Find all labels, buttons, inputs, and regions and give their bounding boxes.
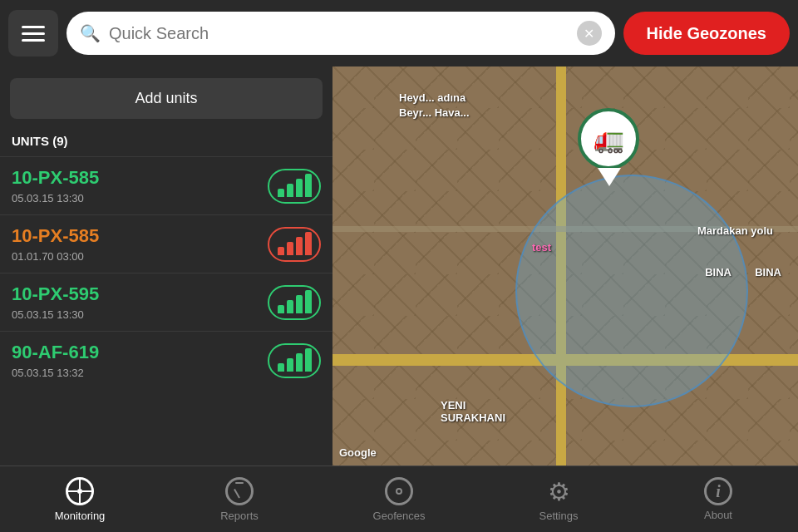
nav-item-geofences[interactable]: Geofences — [319, 466, 479, 532]
geofences-icon — [384, 476, 414, 506]
signal-indicator — [268, 169, 321, 204]
geozone-label: test — [532, 241, 551, 254]
search-icon: 🔍 — [80, 23, 101, 43]
google-logo: Google — [339, 446, 377, 459]
map-area[interactable]: 🚛 Heyd... adına Beyr... Hava... Mardakan… — [332, 66, 798, 466]
clear-search-button[interactable]: ✕ — [577, 21, 602, 46]
unit-item[interactable]: 10-PX-595 05.03.15 13:30 — [0, 273, 332, 331]
map-label: Beyr... Hava... — [399, 106, 470, 119]
map-background: 🚛 Heyd... adına Beyr... Hava... Mardakan… — [332, 66, 798, 466]
signal-indicator — [268, 343, 321, 378]
unit-time: 05.03.15 13:30 — [12, 308, 99, 321]
unit-name: 10-PX-595 — [12, 283, 99, 305]
menu-button[interactable] — [8, 10, 58, 57]
unit-time: 01.01.70 03:00 — [12, 250, 99, 263]
signal-indicator — [268, 285, 321, 320]
unit-item[interactable]: 90-AF-619 05.03.15 13:32 — [0, 331, 332, 389]
map-label: BINA — [755, 266, 781, 278]
map-label: BINA — [705, 266, 732, 278]
nav-label-reports: Reports — [220, 510, 259, 522]
nav-label-settings: Settings — [539, 510, 579, 522]
unit-name: 90-AF-619 — [12, 342, 99, 363]
units-header: UNITS (9) — [0, 131, 332, 156]
search-input[interactable] — [109, 24, 569, 43]
unit-item[interactable]: 10-PX-585 05.03.15 13:30 — [0, 156, 332, 214]
truck-marker[interactable]: 🚛 — [578, 108, 641, 183]
nav-label-geofences: Geofences — [373, 510, 426, 522]
monitoring-icon — [65, 476, 95, 506]
reports-icon — [224, 476, 254, 506]
nav-item-monitoring[interactable]: Monitoring — [0, 466, 160, 532]
unit-time: 05.03.15 13:32 — [12, 367, 99, 379]
header: 🔍 ✕ Hide Geozones — [0, 0, 798, 66]
about-icon: i — [704, 477, 732, 505]
signal-indicator — [268, 227, 321, 262]
nav-label-about: About — [704, 509, 732, 521]
unit-name: 10-PX-585 — [12, 225, 99, 247]
settings-icon: ⚙ — [548, 477, 570, 506]
nav-item-about[interactable]: i About — [638, 466, 798, 532]
add-units-button[interactable]: Add units — [10, 78, 323, 119]
hide-geozones-button[interactable]: Hide Geozones — [623, 12, 790, 55]
map-label: YENISURAKHANI — [441, 399, 505, 424]
bottom-nav: Monitoring Reports Geofences ⚙ Settings … — [0, 466, 798, 532]
nav-item-settings[interactable]: ⚙ Settings — [479, 466, 638, 532]
geozone-circle — [515, 175, 748, 407]
unit-time: 05.03.15 13:30 — [12, 192, 99, 204]
search-bar: 🔍 ✕ — [66, 12, 615, 55]
nav-label-monitoring: Monitoring — [55, 510, 106, 522]
unit-item[interactable]: 10-PX-585 01.01.70 03:00 — [0, 214, 332, 273]
map-label: Heyd... adına — [399, 91, 466, 104]
nav-item-reports[interactable]: Reports — [160, 466, 319, 532]
map-label: Mardakan yolu — [697, 224, 773, 237]
unit-name: 10-PX-585 — [12, 167, 99, 189]
left-panel: Add units UNITS (9) 10-PX-585 05.03.15 1… — [0, 66, 332, 466]
